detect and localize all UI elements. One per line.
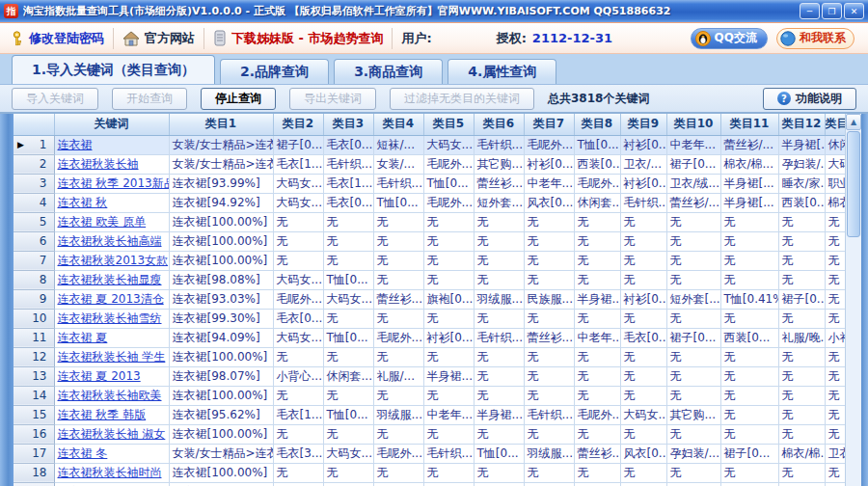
- close-button[interactable]: ✕: [844, 3, 864, 19]
- keyword-link[interactable]: 连衣裙秋装长袖显瘦: [58, 273, 162, 286]
- minimize-button[interactable]: ─: [800, 3, 820, 19]
- category-cell: 毛针织...: [524, 405, 574, 424]
- row-selector[interactable]: 3: [14, 174, 54, 193]
- start-query-button[interactable]: 开始查询: [112, 88, 187, 110]
- column-header[interactable]: 类目10: [666, 114, 720, 135]
- column-header[interactable]: 类目5: [423, 114, 474, 135]
- category-cell: 风衣[0...: [620, 444, 666, 463]
- keyword-link[interactable]: 连衣裙秋装长袖时尚: [58, 466, 162, 479]
- row-selector[interactable]: 9: [14, 289, 54, 309]
- category-cell: T恤[0.41%]: [720, 289, 778, 309]
- row-selector[interactable]: 7: [14, 251, 54, 270]
- contact-me-button[interactable]: 和我联系: [776, 28, 854, 49]
- category-cell: 羽绒服...: [524, 444, 574, 463]
- category-cell: 无: [778, 251, 825, 270]
- vertical-scrollbar[interactable]: ▲: [845, 114, 861, 486]
- window-frame-right: [861, 114, 868, 486]
- download-sister-link[interactable]: 下载姊妹版 - 市场趋势查询: [213, 30, 383, 47]
- keyword-link[interactable]: 连衣裙秋装长袖欧美: [58, 389, 162, 402]
- column-header[interactable]: 类目7: [524, 114, 574, 135]
- category-cell: 毛针织...: [423, 444, 474, 463]
- scrollbar-thumb[interactable]: [847, 131, 860, 237]
- tab-3[interactable]: 3.商品查询: [334, 59, 443, 84]
- keyword-link[interactable]: 连衣裙 欧美 原单: [58, 215, 147, 229]
- row-selector[interactable]: 14: [14, 386, 54, 405]
- tab-1[interactable]: 1.导入关键词（类目查询）: [12, 55, 215, 84]
- keyword-link[interactable]: 连衣裙 夏: [58, 331, 108, 344]
- category-cell: 无: [273, 212, 323, 231]
- category-cell: T恤[0...: [574, 135, 620, 154]
- column-header[interactable]: 类目8: [574, 114, 620, 135]
- column-header[interactable]: 类目6: [474, 114, 524, 135]
- row-selector[interactable]: 10: [14, 309, 54, 328]
- tab-2[interactable]: 2.品牌查询: [220, 59, 329, 84]
- category-cell: 无: [778, 424, 825, 444]
- category-cell: 无: [524, 424, 574, 444]
- keyword-link[interactable]: 连衣裙 夏 2013清仓: [58, 292, 164, 306]
- export-keywords-button[interactable]: 导出关键词: [289, 88, 376, 110]
- current-row-arrow-icon: ▶: [17, 140, 24, 149]
- tab-4[interactable]: 4.属性查询: [448, 59, 556, 84]
- change-password-button[interactable]: 修改登陆密码: [10, 30, 104, 47]
- keyword-link[interactable]: 连衣裙秋装长袖 学生: [58, 350, 166, 364]
- column-header[interactable]: 类目11: [720, 114, 778, 135]
- row-selector[interactable]: 6: [14, 231, 54, 251]
- row-selector[interactable]: 2: [14, 154, 54, 174]
- maximize-button[interactable]: ❐: [822, 3, 842, 19]
- row-selector[interactable]: 11: [14, 328, 54, 347]
- category-cell: 毛呢外...: [574, 405, 620, 424]
- scroll-up-icon[interactable]: ▲: [846, 114, 861, 130]
- row-selector[interactable]: 18: [14, 463, 54, 482]
- category-cell: 连衣裙[100.00%]: [169, 482, 273, 486]
- keyword-link[interactable]: 连衣裙 冬: [58, 446, 108, 460]
- keyword-link[interactable]: 连衣裙: [58, 138, 93, 151]
- download-sister-label: 下载姊妹版 - 市场趋势查询: [231, 30, 383, 47]
- keyword-link[interactable]: 连衣裙秋装长袖雪纺: [58, 311, 162, 325]
- keyword-link[interactable]: 连衣裙秋装2013女款: [58, 254, 169, 267]
- keyword-link[interactable]: 连衣裙 秋季 韩版: [58, 408, 147, 421]
- row-selector[interactable]: 19: [14, 482, 54, 486]
- official-site-button[interactable]: 官方网站: [122, 30, 195, 47]
- qq-chat-button[interactable]: QQ交流: [691, 28, 768, 49]
- row-selector[interactable]: 13: [14, 366, 54, 386]
- column-header[interactable]: 关键词: [54, 114, 169, 135]
- keyword-link[interactable]: 连衣裙秋装长袖 淑女: [58, 427, 166, 441]
- column-header[interactable]: 类目3: [323, 114, 373, 135]
- table-row: 17连衣裙 冬女装/女士精品>连衣...毛衣[3...大码女...毛呢外...毛…: [14, 444, 845, 463]
- category-cell: 半身裙...: [574, 289, 620, 309]
- category-cell: 无: [323, 212, 373, 231]
- column-header[interactable]: 类目9: [620, 114, 666, 135]
- column-header[interactable]: 类目12: [778, 114, 825, 135]
- keyword-link[interactable]: 连衣裙秋装长袖高端: [58, 234, 162, 248]
- messenger-globe-icon: [780, 31, 796, 46]
- category-cell: 无: [273, 347, 323, 366]
- keyword-link[interactable]: 连衣裙 秋: [58, 196, 108, 209]
- stop-query-button[interactable]: 停止查询: [201, 88, 276, 110]
- keyword-link[interactable]: 连衣裙 秋季 2013新品: [58, 176, 170, 190]
- row-selector[interactable]: 12: [14, 347, 54, 366]
- category-cell: 无: [720, 405, 778, 424]
- column-header[interactable]: 类目2: [273, 114, 323, 135]
- help-button[interactable]: ? 功能说明: [763, 88, 856, 110]
- column-header[interactable]: 类目13: [825, 114, 845, 135]
- row-selector[interactable]: 8: [14, 270, 54, 289]
- column-header[interactable]: 类目1: [169, 114, 273, 135]
- keyword-cell: 连衣裙秋装长袖 淑女: [54, 424, 169, 444]
- category-cell: 蕾丝衫...: [373, 289, 423, 309]
- row-selector[interactable]: 15: [14, 405, 54, 424]
- filter-no-category-button[interactable]: 过滤掉无类目的关键词: [390, 88, 534, 110]
- category-cell: 无: [323, 347, 373, 366]
- keyword-link[interactable]: 连衣裙秋装长袖: [58, 157, 139, 171]
- import-keywords-button[interactable]: 导入关键词: [12, 88, 98, 110]
- row-selector[interactable]: ▶1: [14, 135, 54, 154]
- category-cell: T恤[0...: [423, 174, 474, 193]
- column-header[interactable]: 类目4: [373, 114, 423, 135]
- table-row: 16连衣裙秋装长袖 淑女连衣裙[100.00%]无无无无无无无无无无无无: [14, 424, 845, 444]
- row-selector[interactable]: 17: [14, 444, 54, 463]
- grid-wrap: 关键词类目1类目2类目3类目4类目5类目6类目7类目8类目9类目10类目11类目…: [14, 114, 845, 486]
- row-selector[interactable]: 5: [14, 212, 54, 231]
- keyword-link[interactable]: 连衣裙 夏 2013: [58, 369, 141, 383]
- row-selector[interactable]: 16: [14, 424, 54, 444]
- row-selector[interactable]: 4: [14, 193, 54, 212]
- category-cell: 西装[0...: [778, 193, 825, 212]
